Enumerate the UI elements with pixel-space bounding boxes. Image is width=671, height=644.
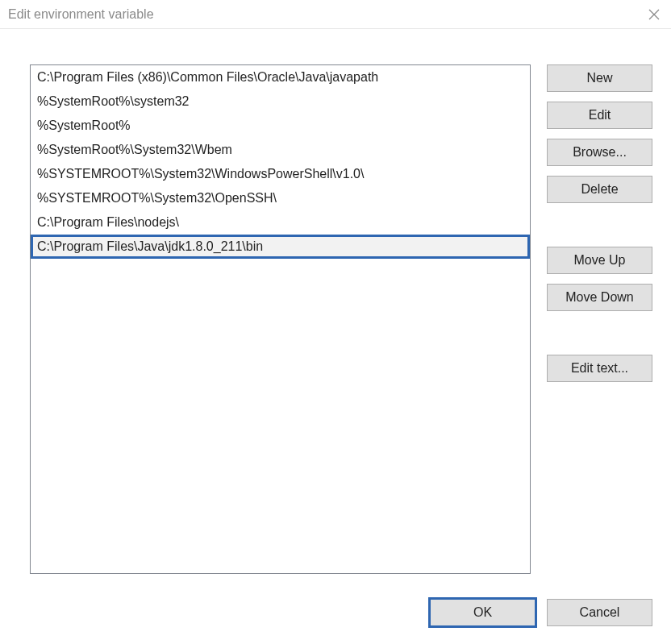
bottom-button-group: OK Cancel: [0, 599, 652, 626]
list-item[interactable]: C:\Program Files\nodejs\: [31, 210, 530, 235]
path-listbox[interactable]: C:\Program Files (x86)\Common Files\Orac…: [30, 64, 531, 574]
browse-button[interactable]: Browse...: [547, 139, 652, 166]
list-item[interactable]: %SYSTEMROOT%\System32\WindowsPowerShell\…: [31, 162, 530, 186]
edit-button[interactable]: Edit: [547, 102, 652, 129]
close-icon[interactable]: [647, 7, 661, 22]
dialog-content: C:\Program Files (x86)\Common Files\Orac…: [0, 29, 671, 644]
edit-text-button[interactable]: Edit text...: [547, 355, 652, 382]
list-item[interactable]: C:\Program Files\Java\jdk1.8.0_211\bin: [31, 235, 530, 259]
titlebar: Edit environment variable: [0, 0, 671, 29]
delete-button[interactable]: Delete: [547, 176, 652, 203]
cancel-button[interactable]: Cancel: [547, 599, 652, 626]
move-up-button[interactable]: Move Up: [547, 247, 652, 274]
side-button-group: New Edit Browse... Delete Move Up Move D…: [547, 64, 652, 382]
list-item[interactable]: %SystemRoot%\system32: [31, 89, 530, 114]
new-button[interactable]: New: [547, 64, 652, 92]
list-item[interactable]: C:\Program Files (x86)\Common Files\Orac…: [31, 65, 530, 89]
window-title: Edit environment variable: [8, 7, 154, 22]
move-down-button[interactable]: Move Down: [547, 284, 652, 311]
list-item[interactable]: %SystemRoot%\System32\Wbem: [31, 138, 530, 162]
list-item[interactable]: %SYSTEMROOT%\System32\OpenSSH\: [31, 186, 530, 210]
list-item[interactable]: %SystemRoot%: [31, 114, 530, 138]
ok-button[interactable]: OK: [430, 599, 536, 626]
